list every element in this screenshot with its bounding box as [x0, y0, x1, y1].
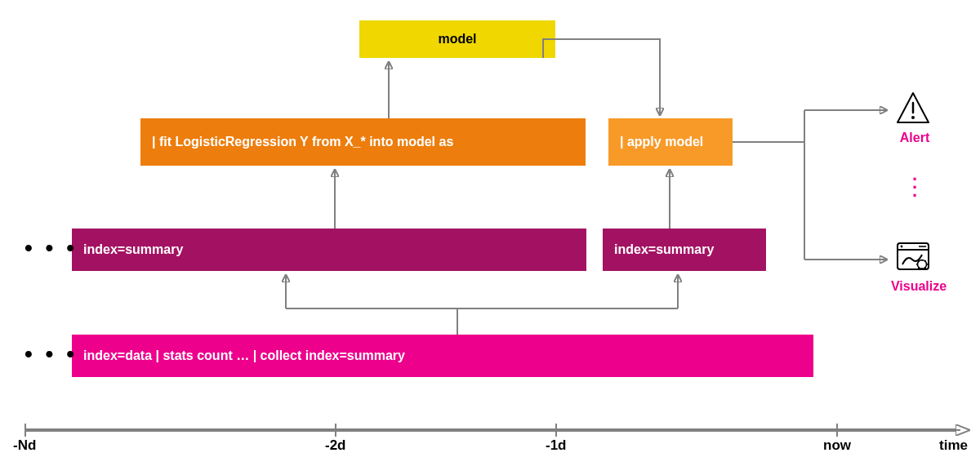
- fit-label: | fit LogisticRegression Y from X_* into…: [152, 135, 453, 149]
- apply-label: | apply model: [620, 135, 703, 149]
- visualize-icon: [894, 238, 932, 276]
- alert-icon: [894, 90, 932, 127]
- summary-train-label: index=summary: [83, 242, 183, 257]
- ellipsis-icon-data: • • •: [24, 341, 78, 367]
- summary-apply-label: index=summary: [614, 242, 714, 257]
- model-label: model: [438, 32, 476, 47]
- tick-2d: -2d: [325, 437, 346, 454]
- visualize-label: Visualize: [886, 279, 951, 294]
- tick-1d: -1d: [546, 437, 567, 454]
- time-axis: [24, 428, 956, 432]
- summary-apply-box: index=summary: [603, 229, 766, 271]
- tick-nd: -Nd: [13, 437, 36, 454]
- data-label: index=data | stats count … | collect ind…: [83, 348, 405, 363]
- ellipsis-icon-summary: • • •: [24, 235, 78, 261]
- fit-box: | fit LogisticRegression Y from X_* into…: [140, 118, 586, 166]
- model-box: model: [359, 20, 555, 58]
- data-box: index=data | stats count … | collect ind…: [72, 335, 813, 377]
- apply-box: | apply model: [608, 118, 733, 166]
- axis-label: time: [939, 437, 968, 454]
- svg-point-17: [901, 246, 903, 248]
- tick-now: now: [823, 437, 851, 454]
- alert-label: Alert: [894, 131, 935, 145]
- vertical-ellipsis-icon: ···: [912, 175, 917, 200]
- summary-train-box: index=summary: [72, 229, 586, 271]
- svg-point-14: [911, 116, 915, 119]
